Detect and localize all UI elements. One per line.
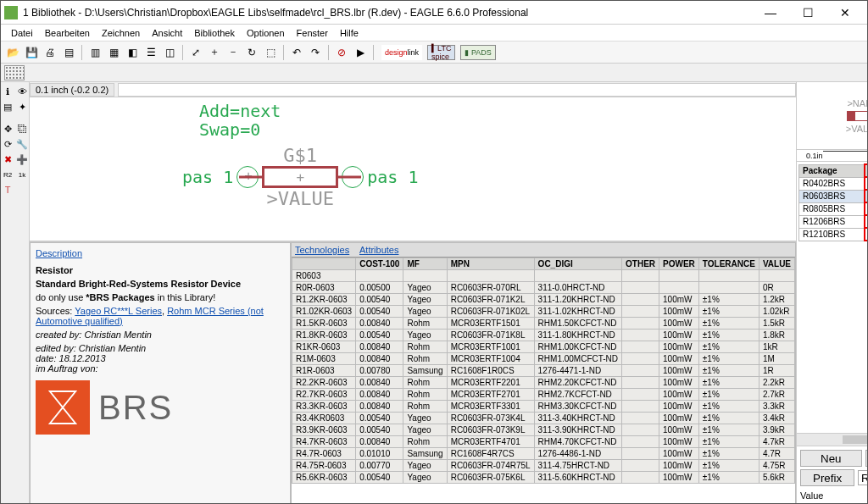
misc-icon[interactable] [15,183,29,197]
symbol-icon[interactable]: ☰ [142,44,159,61]
pkg-head-variant[interactable]: Variant [865,164,868,177]
redo-icon[interactable]: ↷ [307,44,324,61]
app-icon [4,6,18,19]
attributes-table[interactable]: COST-100MFMPNOC_DIGIOTHERPOWERTOLERANCEV… [292,258,795,484]
menu-ansicht[interactable]: Ansicht [147,27,187,39]
table-row[interactable]: R5.6KR-06030.00540YageoRC0603FR-075K6L31… [292,472,795,484]
description-panel: Description Resistor Standard Bright-Red… [30,242,291,504]
undo-icon[interactable]: ↶ [288,44,305,61]
attr-col[interactable]: POWER [659,258,699,270]
table-row[interactable]: R2.7KR-06030.00840RohmMCR03ERTF2701RHM2.… [292,389,795,401]
mark-icon[interactable]: ✦ [15,100,29,114]
pads-logo[interactable]: ▮ PADS [460,45,495,60]
maximize-button[interactable]: ☐ [789,2,826,24]
table-row[interactable]: R0603 [292,270,795,282]
package-row[interactable]: R0603BRS0603✔ [799,190,868,202]
table-row[interactable]: R3.9KR-06030.00540YageoRC0603FR-073K9L31… [292,424,795,436]
eye-icon[interactable]: 👁 [15,85,29,98]
table-row[interactable]: R1.5KR-06030.00840RohmMCR03ERTF1501RHM1.… [292,318,795,330]
neu-button[interactable]: Neu [800,450,862,467]
menu-fenster[interactable]: Fenster [292,27,333,39]
attr-col[interactable]: MPN [447,258,534,270]
table-row[interactable]: R4.75R-06030.00770YageoRC0603FR-074R75L3… [292,460,795,472]
device-icon[interactable]: ◫ [161,44,178,61]
prefix-button[interactable]: Prefix [800,469,854,486]
table-row[interactable]: R4.7KR-06030.00840RohmMCR03ERTF4701RHM4.… [292,436,795,448]
stop-icon[interactable]: ⊘ [333,44,350,61]
attr-col[interactable] [292,258,356,270]
delete-icon[interactable]: ✖ [1,152,14,166]
prefix-input[interactable] [858,470,868,485]
minimize-button[interactable]: — [752,2,789,24]
menu-bibliothek[interactable]: Bibliothek [189,27,240,39]
add-icon[interactable]: ➕ [15,152,29,166]
titlebar: 1 Bibliothek - D:\Users\Christian\Dropbo… [1,1,867,25]
move-icon[interactable]: ✥ [1,122,14,136]
table-row[interactable]: R1M-06030.00840RohmMCR03ERTF1004RHM1.00M… [292,353,795,365]
attr-col[interactable]: VALUE [759,258,794,270]
pkg-head-package[interactable]: Package [799,164,865,177]
attr-col[interactable]: OTHER [622,258,659,270]
menu-optionen[interactable]: Optionen [242,27,290,39]
package-table[interactable]: Package Variant R0402BRS0402✔R0603BRS060… [797,162,868,299]
package-row[interactable]: R1206BRS1206✔ [799,215,868,228]
table-row[interactable]: R1.8KR-06030.00540YageoRC0603FR-071K8L31… [292,330,795,341]
table-row[interactable]: R1KR-06030.00840RohmMCR03ERTF1001RHM1.00… [292,341,795,353]
connect-button[interactable]: Connect [865,450,868,467]
designlink-logo[interactable]: designlink [381,45,422,60]
print-icon[interactable]: 🖨 [42,44,58,61]
table-row[interactable]: R3.3KR-06030.00840RohmMCR03ERTF3301RHM3.… [292,401,795,413]
rotate-icon[interactable]: ⟳ [1,137,14,151]
open-icon[interactable]: 📂 [4,44,21,61]
menu-bearbeiten[interactable]: Bearbeiten [40,27,95,39]
board-icon[interactable]: ▥ [86,44,103,61]
layers-icon[interactable]: ▤ [1,100,14,114]
table-row[interactable]: R0R-06030.00500YageoRC0603FR-070RL311-0.… [292,282,795,294]
text-icon[interactable]: T [1,183,14,197]
table-row[interactable]: R1.2KR-06030.00540YageoRC0603FR-071K2L31… [292,294,795,306]
attr-col[interactable]: OC_DIGI [534,258,621,270]
table-row[interactable]: R1.02KR-06030.00540YageoRC0603FR-071K02L… [292,306,795,318]
table-row[interactable]: R4.7R-06030.01010SamsungRC1608F4R7CS1276… [292,448,795,460]
go-icon[interactable]: ▶ [352,44,369,61]
package-icon[interactable]: ◧ [124,44,141,61]
yageo-link[interactable]: Yageo RC***L Series [75,306,162,316]
cam-icon[interactable]: ▤ [60,44,77,61]
attr-col[interactable]: TOLERANCE [698,258,759,270]
package-row[interactable]: R1210BRS1210✔ [799,228,868,241]
zoomsel-icon[interactable]: ⬚ [262,44,279,61]
description-link[interactable]: Description [36,248,82,258]
info-icon[interactable]: ℹ [1,85,14,98]
copy-icon[interactable]: ⿻ [15,122,29,136]
zoomin-icon[interactable]: ＋ [206,44,223,61]
name-icon[interactable]: R2 [1,168,14,181]
ltspice-logo[interactable]: ▍LTCspice [427,45,455,60]
table-icon[interactable]: ▦ [105,44,122,61]
coordinate-readout: 0.1 inch (-0.2 0.2) [30,83,114,97]
value-icon[interactable]: 1k [15,168,29,181]
wrench-icon[interactable]: 🔧 [15,137,29,151]
footprint-icon [847,111,868,121]
zoomfit-icon[interactable]: ⤢ [187,44,204,61]
menu-zeichnen[interactable]: Zeichnen [97,27,145,39]
redraw-icon[interactable]: ↻ [243,44,260,61]
command-input[interactable] [118,83,796,97]
attributes-panel: Technologies Attributes COST-100MFMPNOC_… [291,242,796,504]
package-row[interactable]: R0402BRS0402✔ [799,177,868,190]
menu-datei[interactable]: Datei [6,27,38,39]
attr-col[interactable]: COST-100 [356,258,403,270]
close-button[interactable]: ✕ [826,2,864,24]
attributes-link[interactable]: Attributes [356,243,402,257]
save-icon[interactable]: 💾 [23,44,40,61]
attr-col[interactable]: MF [403,258,447,270]
table-row[interactable]: R1R-06030.00780SamsungRC1608F1R0CS1276-4… [292,365,795,377]
h-scrollbar[interactable] [797,433,868,446]
technologies-link[interactable]: Technologies [292,243,356,257]
table-row[interactable]: R3.4KR06030.00540YageoRC0603FR-073K4L311… [292,413,795,424]
grid-icon[interactable] [4,65,25,80]
table-row[interactable]: R2.2KR-06030.00840RohmMCR03ERTF2201RHM2.… [292,377,795,389]
package-row[interactable]: R0805BRS0805✔ [799,202,868,215]
zoomout-icon[interactable]: － [225,44,242,61]
symbol-canvas[interactable]: Add=next Swap=0 pas 1 + G$1 + >VALUE pas… [30,97,796,241]
menu-hilfe[interactable]: Hilfe [335,27,364,39]
